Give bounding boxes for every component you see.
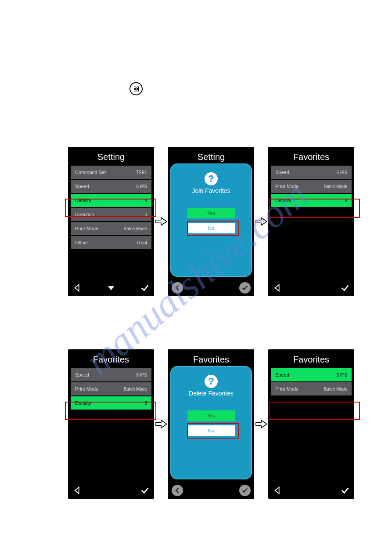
- back-button[interactable]: [272, 485, 283, 496]
- list-item-command-set[interactable]: Command SetTSPL: [71, 166, 151, 179]
- dialog-panel: ? Delete Favorites Yes No: [170, 366, 252, 479]
- question-icon: ?: [205, 375, 218, 388]
- yes-button[interactable]: Yes: [187, 410, 235, 421]
- dialog-prompt: Join Favorites: [192, 187, 230, 194]
- list-item-density[interactable]: Density8: [71, 194, 151, 207]
- flow-row-delete: Favorites Speed6 IPS Print ModeBatch Mod…: [68, 349, 354, 499]
- arrow-right-icon: [255, 215, 267, 228]
- favorites-list: Speed6 IPS Print ModeBatch Mode Density8: [268, 166, 354, 207]
- back-button[interactable]: [172, 485, 183, 496]
- back-button[interactable]: [272, 282, 283, 294]
- question-icon: ?: [205, 172, 218, 185]
- confirm-button[interactable]: [339, 485, 351, 496]
- list-item-offset[interactable]: Offset0 dot: [71, 236, 151, 249]
- confirm-button[interactable]: [239, 485, 251, 496]
- empty-slot: [271, 396, 352, 411]
- confirm-button[interactable]: [239, 282, 251, 294]
- page-title: Setting: [168, 147, 254, 166]
- list-item-print-mode[interactable]: Print ModeBatch Mode: [71, 222, 151, 235]
- list-item-print-mode[interactable]: Print ModeBatch Mode: [271, 382, 352, 395]
- list-item-print-mode[interactable]: Print ModeBatch Mode: [71, 382, 151, 395]
- list-item-speed[interactable]: Speed6 IPS: [71, 368, 151, 381]
- list-item-direction[interactable]: Direction0: [71, 208, 151, 221]
- screen-favorites-after-delete: Favorites Speed6 IPS Print ModeBatch Mod…: [268, 349, 354, 499]
- arrow-right-icon: [155, 215, 167, 228]
- screen-favorites-list: Favorites Speed6 IPS Print ModeBatch Mod…: [68, 349, 154, 499]
- screen-favorites-result: Favorites Speed6 IPS Print ModeBatch Mod…: [268, 147, 354, 296]
- back-button[interactable]: [72, 282, 83, 294]
- page-title: Favorites: [268, 349, 354, 368]
- arrow-right-icon: [255, 417, 267, 431]
- page-title: Favorites: [268, 147, 354, 166]
- back-button[interactable]: [172, 282, 183, 294]
- dialog-prompt: Delete Favorites: [189, 390, 234, 397]
- dialog-panel: ? Join Favorites Yes No: [170, 163, 252, 277]
- screen-delete-dialog: Favorites ? Delete Favorites Yes No: [168, 349, 254, 499]
- page-title: Favorites: [168, 349, 254, 368]
- yes-button[interactable]: Yes: [187, 207, 235, 219]
- screen-setting-list: Setting Command SetTSPL Speed6 IPS Densi…: [68, 147, 154, 296]
- list-item-speed[interactable]: Speed6 IPS: [71, 180, 151, 193]
- arrow-right-icon: [155, 417, 167, 431]
- screen-join-dialog: Setting ? Join Favorites Yes No: [168, 147, 254, 296]
- back-button[interactable]: [72, 485, 83, 496]
- flow-row-join: Setting Command SetTSPL Speed6 IPS Densi…: [68, 147, 354, 296]
- list-item-speed[interactable]: Speed6 IPS: [271, 368, 352, 381]
- no-button[interactable]: No: [187, 425, 235, 436]
- favorites-list: Speed6 IPS Print ModeBatch Mode: [268, 368, 354, 411]
- down-button[interactable]: [105, 282, 117, 294]
- list-item-density[interactable]: Density8: [71, 396, 151, 410]
- page-title: Favorites: [68, 349, 154, 368]
- confirm-button[interactable]: [139, 485, 151, 496]
- no-button[interactable]: No: [187, 222, 235, 234]
- menu-button-icon: [129, 82, 143, 95]
- setting-list: Command SetTSPL Speed6 IPS Density8 Dire…: [68, 166, 154, 249]
- list-item-print-mode[interactable]: Print ModeBatch Mode: [271, 180, 352, 193]
- confirm-button[interactable]: [339, 282, 351, 294]
- page-title: Setting: [68, 147, 154, 166]
- list-item-density[interactable]: Density8: [271, 194, 352, 207]
- favorites-list: Speed6 IPS Print ModeBatch Mode Density8: [68, 368, 154, 410]
- list-item-speed[interactable]: Speed6 IPS: [271, 166, 352, 179]
- confirm-button[interactable]: [139, 282, 151, 294]
